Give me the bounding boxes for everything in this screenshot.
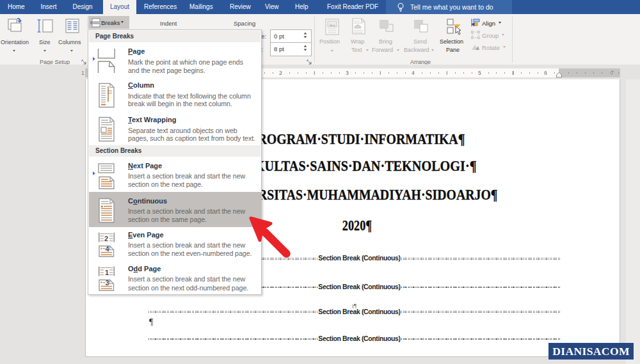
svg-text:2: 2 [104,235,108,242]
svg-text:1: 1 [105,269,109,276]
svg-text:4: 4 [106,245,110,253]
svg-text:3: 3 [106,279,109,287]
